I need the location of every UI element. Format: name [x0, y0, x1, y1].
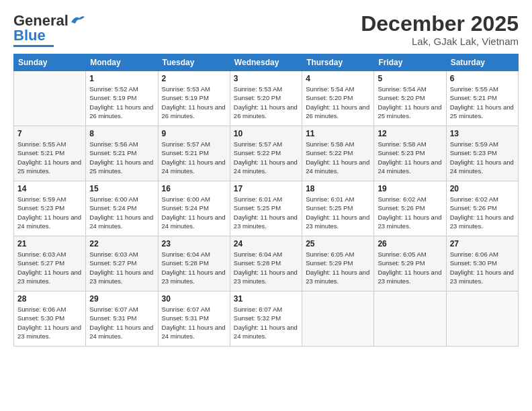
calendar-cell: 3Sunrise: 5:53 AMSunset: 5:20 PMDaylight… — [230, 71, 302, 126]
day-info: Sunrise: 5:54 AMSunset: 5:20 PMDaylight:… — [378, 85, 442, 120]
calendar-row: 21Sunrise: 6:03 AMSunset: 5:27 PMDayligh… — [14, 236, 519, 291]
calendar-cell: 12Sunrise: 5:58 AMSunset: 5:23 PMDayligh… — [374, 126, 446, 181]
day-info: Sunrise: 6:06 AMSunset: 5:30 PMDaylight:… — [450, 250, 515, 285]
day-info: Sunrise: 6:04 AMSunset: 5:28 PMDaylight:… — [234, 250, 298, 285]
calendar-cell: 19Sunrise: 6:02 AMSunset: 5:26 PMDayligh… — [374, 181, 446, 236]
calendar-cell: 21Sunrise: 6:03 AMSunset: 5:27 PMDayligh… — [14, 236, 86, 291]
day-number: 14 — [17, 184, 82, 193]
day-number: 5 — [378, 74, 442, 83]
calendar-cell: 14Sunrise: 5:59 AMSunset: 5:23 PMDayligh… — [14, 181, 86, 236]
calendar-table: SundayMondayTuesdayWednesdayThursdayFrid… — [13, 54, 519, 347]
calendar-cell — [14, 71, 86, 126]
day-number: 19 — [378, 184, 442, 193]
day-info: Sunrise: 6:02 AMSunset: 5:26 PMDaylight:… — [378, 195, 442, 230]
calendar-cell — [446, 291, 518, 347]
day-info: Sunrise: 6:00 AMSunset: 5:24 PMDaylight:… — [162, 195, 226, 230]
calendar-header-row: SundayMondayTuesdayWednesdayThursdayFrid… — [14, 54, 519, 71]
day-info: Sunrise: 5:53 AMSunset: 5:19 PMDaylight:… — [162, 85, 226, 120]
day-number: 2 — [162, 74, 226, 83]
day-number: 9 — [162, 129, 226, 138]
calendar-cell: 15Sunrise: 6:00 AMSunset: 5:24 PMDayligh… — [86, 181, 158, 236]
day-number: 27 — [450, 239, 515, 248]
logo-bird-icon — [70, 14, 85, 25]
day-number: 18 — [306, 184, 370, 193]
day-number: 20 — [450, 184, 515, 193]
day-number: 16 — [162, 184, 226, 193]
day-info: Sunrise: 5:55 AMSunset: 5:21 PMDaylight:… — [450, 85, 515, 120]
header: General Blue December 2025 Lak, GJak Lak… — [13, 12, 519, 47]
calendar-cell: 11Sunrise: 5:58 AMSunset: 5:22 PMDayligh… — [302, 126, 374, 181]
day-info: Sunrise: 6:05 AMSunset: 5:29 PMDaylight:… — [378, 250, 442, 285]
calendar-cell: 25Sunrise: 6:05 AMSunset: 5:29 PMDayligh… — [302, 236, 374, 291]
calendar-row: 1Sunrise: 5:52 AMSunset: 5:19 PMDaylight… — [14, 71, 519, 126]
day-number: 1 — [89, 74, 154, 83]
day-info: Sunrise: 5:57 AMSunset: 5:21 PMDaylight:… — [162, 140, 226, 175]
calendar-cell: 28Sunrise: 6:06 AMSunset: 5:30 PMDayligh… — [14, 291, 86, 347]
day-info: Sunrise: 5:59 AMSunset: 5:23 PMDaylight:… — [17, 195, 82, 230]
weekday-header-wednesday: Wednesday — [230, 54, 302, 71]
logo-blue: Blue — [13, 27, 46, 44]
logo-underline — [13, 45, 54, 47]
day-number: 23 — [162, 239, 226, 248]
calendar-row: 14Sunrise: 5:59 AMSunset: 5:23 PMDayligh… — [14, 181, 519, 236]
day-info: Sunrise: 5:52 AMSunset: 5:19 PMDaylight:… — [89, 85, 154, 120]
day-info: Sunrise: 6:01 AMSunset: 5:25 PMDaylight:… — [234, 195, 298, 230]
weekday-header-saturday: Saturday — [446, 54, 518, 71]
calendar-cell: 2Sunrise: 5:53 AMSunset: 5:19 PMDaylight… — [158, 71, 230, 126]
day-info: Sunrise: 6:02 AMSunset: 5:26 PMDaylight:… — [450, 195, 515, 230]
calendar-cell: 9Sunrise: 5:57 AMSunset: 5:21 PMDaylight… — [158, 126, 230, 181]
calendar-cell: 20Sunrise: 6:02 AMSunset: 5:26 PMDayligh… — [446, 181, 518, 236]
calendar-cell: 27Sunrise: 6:06 AMSunset: 5:30 PMDayligh… — [446, 236, 518, 291]
calendar-cell: 10Sunrise: 5:57 AMSunset: 5:22 PMDayligh… — [230, 126, 302, 181]
day-info: Sunrise: 6:00 AMSunset: 5:24 PMDaylight:… — [89, 195, 154, 230]
day-number: 15 — [89, 184, 154, 193]
day-number: 6 — [450, 74, 515, 83]
calendar-cell: 16Sunrise: 6:00 AMSunset: 5:24 PMDayligh… — [158, 181, 230, 236]
calendar-cell: 31Sunrise: 6:07 AMSunset: 5:32 PMDayligh… — [230, 291, 302, 347]
day-info: Sunrise: 6:07 AMSunset: 5:31 PMDaylight:… — [89, 305, 154, 340]
day-number: 8 — [89, 129, 154, 138]
calendar-row: 28Sunrise: 6:06 AMSunset: 5:30 PMDayligh… — [14, 291, 519, 347]
day-number: 4 — [306, 74, 370, 83]
day-info: Sunrise: 6:04 AMSunset: 5:28 PMDaylight:… — [162, 250, 226, 285]
weekday-header-sunday: Sunday — [14, 54, 86, 71]
day-info: Sunrise: 5:59 AMSunset: 5:23 PMDaylight:… — [450, 140, 515, 175]
logo: General Blue — [13, 12, 85, 47]
day-info: Sunrise: 6:03 AMSunset: 5:27 PMDaylight:… — [89, 250, 154, 285]
day-number: 26 — [378, 239, 442, 248]
day-number: 22 — [89, 239, 154, 248]
day-number: 10 — [234, 129, 298, 138]
day-info: Sunrise: 6:03 AMSunset: 5:27 PMDaylight:… — [17, 250, 82, 285]
calendar-cell: 17Sunrise: 6:01 AMSunset: 5:25 PMDayligh… — [230, 181, 302, 236]
day-number: 7 — [17, 129, 82, 138]
calendar-cell: 22Sunrise: 6:03 AMSunset: 5:27 PMDayligh… — [86, 236, 158, 291]
weekday-header-friday: Friday — [374, 54, 446, 71]
day-number: 25 — [306, 239, 370, 248]
calendar-cell: 7Sunrise: 5:55 AMSunset: 5:21 PMDaylight… — [14, 126, 86, 181]
month-title: December 2025 — [361, 12, 519, 36]
day-number: 30 — [162, 294, 226, 304]
calendar-cell: 6Sunrise: 5:55 AMSunset: 5:21 PMDaylight… — [446, 71, 518, 126]
calendar-cell: 18Sunrise: 6:01 AMSunset: 5:25 PMDayligh… — [302, 181, 374, 236]
day-info: Sunrise: 6:01 AMSunset: 5:25 PMDaylight:… — [306, 195, 370, 230]
day-number: 28 — [17, 294, 82, 304]
day-info: Sunrise: 5:55 AMSunset: 5:21 PMDaylight:… — [17, 140, 82, 175]
day-info: Sunrise: 5:58 AMSunset: 5:22 PMDaylight:… — [306, 140, 370, 175]
calendar-cell: 23Sunrise: 6:04 AMSunset: 5:28 PMDayligh… — [158, 236, 230, 291]
day-number: 11 — [306, 129, 370, 138]
day-info: Sunrise: 5:57 AMSunset: 5:22 PMDaylight:… — [234, 140, 298, 175]
day-info: Sunrise: 5:56 AMSunset: 5:21 PMDaylight:… — [89, 140, 154, 175]
title-block: December 2025 Lak, GJak Lak, Vietnam — [361, 12, 519, 47]
day-number: 24 — [234, 239, 298, 248]
day-info: Sunrise: 6:07 AMSunset: 5:31 PMDaylight:… — [162, 305, 226, 340]
weekday-header-monday: Monday — [86, 54, 158, 71]
calendar-cell: 5Sunrise: 5:54 AMSunset: 5:20 PMDaylight… — [374, 71, 446, 126]
day-info: Sunrise: 5:53 AMSunset: 5:20 PMDaylight:… — [234, 85, 298, 120]
location: Lak, GJak Lak, Vietnam — [361, 36, 519, 47]
day-number: 13 — [450, 129, 515, 138]
calendar-cell — [374, 291, 446, 347]
day-info: Sunrise: 6:05 AMSunset: 5:29 PMDaylight:… — [306, 250, 370, 285]
day-number: 17 — [234, 184, 298, 193]
weekday-header-thursday: Thursday — [302, 54, 374, 71]
calendar-cell: 8Sunrise: 5:56 AMSunset: 5:21 PMDaylight… — [86, 126, 158, 181]
